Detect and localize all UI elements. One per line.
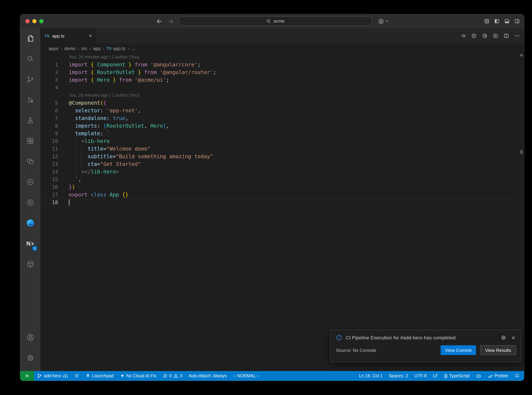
line-number[interactable] <box>40 91 58 99</box>
compare-changes-icon[interactable] <box>460 33 466 38</box>
line-number[interactable]: 16 <box>40 183 58 191</box>
search-sidebar-icon[interactable] <box>20 49 40 69</box>
editor[interactable]: You, 26 minutes ago | 1 author (You)1imp… <box>40 53 524 371</box>
breadcrumb-item[interactable]: apps <box>49 46 58 51</box>
copilot-indicator[interactable] <box>473 371 484 381</box>
target-icon[interactable] <box>471 33 477 38</box>
code-line[interactable]: 5@Component({ <box>40 99 519 107</box>
settings-gear-icon[interactable] <box>20 348 40 368</box>
indentation-indicator[interactable]: Spaces: 2 <box>386 371 411 381</box>
code-search-icon[interactable] <box>20 192 40 213</box>
nx-cloud-indicator[interactable]: Nx Cloud AI Fix <box>117 371 160 381</box>
vim-mode-indicator[interactable]: -- NORMAL -- <box>230 371 263 381</box>
view-commit-button[interactable]: View Commit <box>441 345 476 355</box>
line-number[interactable]: 7 <box>40 114 58 122</box>
code-line[interactable]: 7 standalone: true, <box>40 114 519 122</box>
code-line[interactable]: 3import { Hero } from '@acme/ui'; <box>40 76 519 84</box>
code-line[interactable]: 1import { Component } from '@angular/cor… <box>40 61 519 68</box>
breadcrumb-item[interactable]: … <box>131 46 136 51</box>
line-number[interactable]: 14 <box>40 168 58 176</box>
blame-line[interactable]: You, 26 minutes ago | 1 author (You) <box>40 53 519 61</box>
toggle-sidebar-icon[interactable] <box>494 18 500 24</box>
zoom-window-button[interactable] <box>39 19 43 23</box>
minimize-window-button[interactable] <box>32 19 37 23</box>
line-number[interactable]: 18 <box>40 198 58 206</box>
code-line[interactable]: 15 `, <box>40 176 519 183</box>
run-debug-icon[interactable] <box>20 90 40 110</box>
blame-line[interactable]: You, 26 minutes ago | 1 author (You) <box>40 91 519 99</box>
code-line[interactable]: 12 subtitle="Build something amazing tod… <box>40 153 519 160</box>
line-number[interactable]: 12 <box>40 153 58 160</box>
code-line[interactable]: 8 imports: [RouterOutlet, Hero], <box>40 122 519 130</box>
line-number[interactable]: 6 <box>40 107 58 114</box>
forward-icon[interactable] <box>168 18 174 24</box>
close-tab-icon[interactable]: × <box>89 33 92 38</box>
problems-indicator[interactable]: 0 0 <box>160 371 186 381</box>
toggle-secondary-sidebar-icon[interactable] <box>514 18 520 24</box>
notifications-indicator[interactable] <box>511 371 523 381</box>
line-number[interactable]: 1 <box>40 61 58 68</box>
source-control-icon[interactable] <box>20 69 40 90</box>
tab-app-ts[interactable]: TS app.ts × <box>40 28 97 44</box>
breadcrumb-item[interactable]: app.ts <box>113 46 125 51</box>
line-number[interactable]: 8 <box>40 122 58 130</box>
more-actions-icon[interactable] <box>514 33 520 38</box>
language-mode-indicator[interactable]: {} TypeScript <box>441 371 473 381</box>
encoding-indicator[interactable]: UTF-8 <box>411 371 430 381</box>
split-editor-icon[interactable] <box>504 33 509 38</box>
code-line[interactable]: 17export class App {} <box>40 191 519 198</box>
notification-settings-gear-icon[interactable] <box>501 335 506 340</box>
line-number[interactable]: 10 <box>40 137 58 145</box>
line-number[interactable]: 9 <box>40 130 58 137</box>
close-window-button[interactable] <box>25 19 30 23</box>
extensions-icon[interactable] <box>20 131 40 151</box>
breadcrumb-item[interactable]: src <box>81 46 87 51</box>
eol-indicator[interactable]: LF <box>430 371 441 381</box>
formatter-indicator[interactable]: Prettier <box>484 371 511 381</box>
profile-menu[interactable] <box>378 14 388 28</box>
code-line[interactable]: 11 title="Welcmoe demo" <box>40 145 519 153</box>
line-number[interactable]: 2 <box>40 68 58 76</box>
line-number[interactable]: 5 <box>40 99 58 107</box>
view-results-button[interactable]: View Results <box>480 345 516 355</box>
testing-beaker-icon[interactable] <box>20 110 40 131</box>
line-number[interactable]: 4 <box>40 84 58 91</box>
code-line[interactable]: 16}) <box>40 183 519 191</box>
breadcrumb-item[interactable]: app <box>93 46 101 51</box>
line-number[interactable]: 11 <box>40 145 58 153</box>
code-line[interactable]: 2import { RouterOutlet } from '@angular/… <box>40 68 519 76</box>
toggle-panel-icon[interactable] <box>504 18 510 24</box>
code-line[interactable]: 18 <box>40 198 519 206</box>
line-number[interactable] <box>40 53 58 61</box>
explorer-icon[interactable] <box>20 28 40 49</box>
plug-indicator[interactable] <box>71 371 82 381</box>
auto-attach-indicator[interactable]: Auto Attach: Always <box>186 371 230 381</box>
line-number[interactable]: 3 <box>40 76 58 84</box>
line-number[interactable]: 13 <box>40 160 58 168</box>
code-line[interactable]: 10 <lib-hero <box>40 137 519 145</box>
code-line[interactable]: 13 cta="Get Started" <box>40 160 519 168</box>
line-number[interactable]: 17 <box>40 191 58 198</box>
branch-indicator[interactable]: add-hero <box>34 371 71 381</box>
breadcrumb-item[interactable]: demo <box>64 46 75 51</box>
package-cube-icon[interactable] <box>20 254 40 274</box>
remote-explorer-icon[interactable] <box>20 151 40 172</box>
overview-ruler[interactable] <box>519 53 524 371</box>
launchpad-indicator[interactable]: Launchpad <box>82 371 117 381</box>
play-circle-icon[interactable] <box>20 172 40 192</box>
customize-layout-icon[interactable] <box>484 18 490 24</box>
cursor-position-indicator[interactable]: Ln 18, Col 1 <box>356 371 386 381</box>
edge-browser-icon[interactable] <box>20 213 40 233</box>
line-number[interactable]: 15 <box>40 176 58 183</box>
code-line[interactable]: 6 selector: 'app-root', <box>40 107 519 114</box>
command-center-search[interactable]: acme <box>179 16 372 26</box>
code-line[interactable]: 9 template: ` <box>40 130 519 137</box>
code-line[interactable]: 4 <box>40 84 519 91</box>
back-icon[interactable] <box>156 18 162 24</box>
arrow-circle-icon[interactable] <box>482 33 488 38</box>
close-notification-icon[interactable] <box>511 335 516 340</box>
accounts-icon[interactable] <box>20 327 40 348</box>
nx-console-icon[interactable]: N 2 <box>20 233 40 254</box>
remote-indicator[interactable] <box>20 371 34 381</box>
code-line[interactable]: 14 ></lib-hero> <box>40 168 519 176</box>
